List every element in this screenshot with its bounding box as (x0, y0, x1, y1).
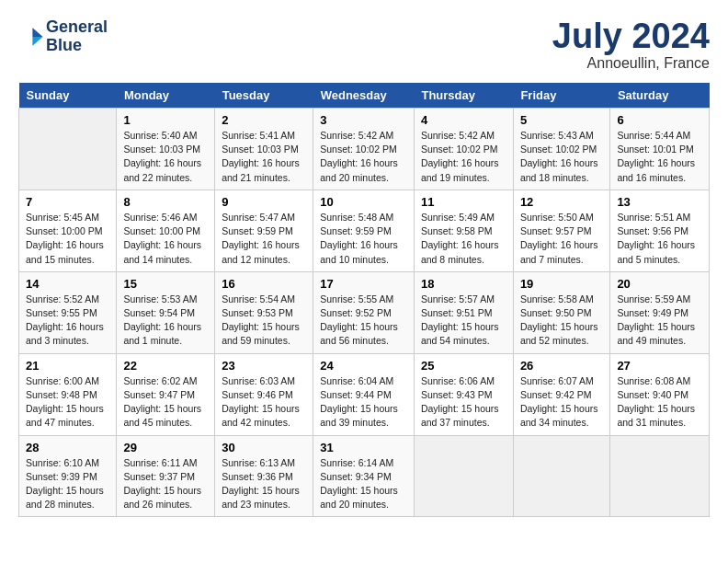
header: General Blue July 2024 Annoeullin, Franc… (18, 18, 710, 72)
day-cell (513, 435, 610, 517)
day-cell: 22Sunrise: 6:02 AM Sunset: 9:47 PM Dayli… (117, 353, 215, 435)
day-cell: 25Sunrise: 6:06 AM Sunset: 9:43 PM Dayli… (414, 353, 513, 435)
day-info: Sunrise: 5:46 AM Sunset: 10:00 PM Daylig… (123, 211, 208, 267)
day-number: 20 (617, 277, 702, 291)
day-cell: 6Sunrise: 5:44 AM Sunset: 10:01 PM Dayli… (610, 109, 710, 190)
day-cell: 13Sunrise: 5:51 AM Sunset: 9:56 PM Dayli… (610, 190, 710, 271)
day-cell: 16Sunrise: 5:54 AM Sunset: 9:53 PM Dayli… (215, 271, 313, 353)
day-cell: 15Sunrise: 5:53 AM Sunset: 9:54 PM Dayli… (117, 271, 215, 353)
day-number: 29 (123, 441, 208, 454)
day-cell: 1Sunrise: 5:40 AM Sunset: 10:03 PM Dayli… (117, 109, 215, 190)
day-cell: 12Sunrise: 5:50 AM Sunset: 9:57 PM Dayli… (513, 190, 610, 271)
logo-line1: General (46, 18, 108, 37)
day-number: 24 (320, 359, 407, 373)
day-info: Sunrise: 6:08 AM Sunset: 9:40 PM Dayligh… (617, 374, 702, 431)
day-info: Sunrise: 5:58 AM Sunset: 9:50 PM Dayligh… (520, 293, 604, 349)
col-tuesday: Tuesday (215, 83, 313, 109)
col-friday: Friday (513, 83, 610, 109)
day-info: Sunrise: 6:03 AM Sunset: 9:46 PM Dayligh… (222, 374, 306, 431)
day-cell: 24Sunrise: 6:04 AM Sunset: 9:44 PM Dayli… (313, 353, 415, 435)
week-row-1: 7Sunrise: 5:45 AM Sunset: 10:00 PM Dayli… (19, 190, 710, 271)
day-cell: 19Sunrise: 5:58 AM Sunset: 9:50 PM Dayli… (513, 271, 610, 353)
svg-marker-1 (32, 37, 42, 46)
week-row-4: 28Sunrise: 6:10 AM Sunset: 9:39 PM Dayli… (19, 435, 710, 517)
week-row-2: 14Sunrise: 5:52 AM Sunset: 9:55 PM Dayli… (19, 271, 710, 353)
day-info: Sunrise: 5:41 AM Sunset: 10:03 PM Daylig… (222, 129, 306, 185)
day-cell: 14Sunrise: 5:52 AM Sunset: 9:55 PM Dayli… (19, 271, 117, 353)
day-cell: 28Sunrise: 6:10 AM Sunset: 9:39 PM Dayli… (19, 435, 117, 517)
day-cell: 10Sunrise: 5:48 AM Sunset: 9:59 PM Dayli… (313, 190, 415, 271)
day-number: 12 (520, 195, 604, 209)
day-info: Sunrise: 5:55 AM Sunset: 9:52 PM Dayligh… (320, 293, 407, 349)
day-cell: 20Sunrise: 5:59 AM Sunset: 9:49 PM Dayli… (610, 271, 710, 353)
logo: General Blue (18, 18, 108, 55)
page: General Blue July 2024 Annoeullin, Franc… (0, 0, 728, 526)
day-number: 27 (617, 359, 702, 373)
day-number: 5 (520, 113, 604, 127)
week-row-3: 21Sunrise: 6:00 AM Sunset: 9:48 PM Dayli… (19, 353, 710, 435)
day-number: 8 (123, 195, 208, 209)
day-cell: 4Sunrise: 5:42 AM Sunset: 10:02 PM Dayli… (414, 109, 513, 190)
day-number: 18 (421, 277, 506, 291)
day-info: Sunrise: 5:40 AM Sunset: 10:03 PM Daylig… (123, 129, 208, 185)
day-info: Sunrise: 6:13 AM Sunset: 9:36 PM Dayligh… (222, 456, 306, 512)
day-number: 22 (123, 359, 208, 373)
day-cell: 9Sunrise: 5:47 AM Sunset: 9:59 PM Daylig… (215, 190, 313, 271)
day-number: 25 (421, 359, 506, 373)
day-info: Sunrise: 5:42 AM Sunset: 10:02 PM Daylig… (320, 129, 407, 185)
day-number: 21 (26, 359, 109, 373)
day-number: 30 (222, 441, 306, 454)
day-cell (610, 435, 710, 517)
day-info: Sunrise: 5:51 AM Sunset: 9:56 PM Dayligh… (617, 211, 702, 267)
day-info: Sunrise: 5:44 AM Sunset: 10:01 PM Daylig… (617, 129, 702, 185)
day-number: 7 (26, 195, 109, 209)
day-info: Sunrise: 5:47 AM Sunset: 9:59 PM Dayligh… (222, 211, 306, 267)
week-row-0: 1Sunrise: 5:40 AM Sunset: 10:03 PM Dayli… (19, 109, 710, 190)
col-saturday: Saturday (610, 83, 710, 109)
day-number: 13 (617, 195, 702, 209)
day-cell: 11Sunrise: 5:49 AM Sunset: 9:58 PM Dayli… (414, 190, 513, 271)
day-number: 19 (520, 277, 604, 291)
day-number: 17 (320, 277, 407, 291)
day-cell: 7Sunrise: 5:45 AM Sunset: 10:00 PM Dayli… (19, 190, 117, 271)
day-info: Sunrise: 5:54 AM Sunset: 9:53 PM Dayligh… (222, 293, 306, 349)
day-info: Sunrise: 6:14 AM Sunset: 9:34 PM Dayligh… (320, 456, 407, 512)
day-info: Sunrise: 5:43 AM Sunset: 10:02 PM Daylig… (520, 129, 604, 185)
day-number: 16 (222, 277, 306, 291)
day-info: Sunrise: 6:04 AM Sunset: 9:44 PM Dayligh… (320, 374, 407, 431)
day-info: Sunrise: 6:06 AM Sunset: 9:43 PM Dayligh… (421, 374, 506, 431)
title-block: July 2024 Annoeullin, France (552, 18, 710, 72)
svg-marker-0 (32, 28, 42, 37)
logo-line2: Blue (46, 37, 108, 55)
day-cell (19, 109, 117, 190)
day-cell: 30Sunrise: 6:13 AM Sunset: 9:36 PM Dayli… (215, 435, 313, 517)
day-cell: 8Sunrise: 5:46 AM Sunset: 10:00 PM Dayli… (117, 190, 215, 271)
col-monday: Monday (117, 83, 215, 109)
logo-icon (18, 24, 44, 50)
day-cell: 2Sunrise: 5:41 AM Sunset: 10:03 PM Dayli… (215, 109, 313, 190)
day-number: 14 (26, 277, 109, 291)
day-cell: 18Sunrise: 5:57 AM Sunset: 9:51 PM Dayli… (414, 271, 513, 353)
day-number: 31 (320, 441, 407, 454)
day-info: Sunrise: 5:45 AM Sunset: 10:00 PM Daylig… (26, 211, 109, 267)
day-info: Sunrise: 6:00 AM Sunset: 9:48 PM Dayligh… (26, 374, 109, 431)
day-cell (414, 435, 513, 517)
day-number: 2 (222, 113, 306, 127)
day-number: 4 (421, 113, 506, 127)
day-number: 28 (26, 441, 109, 454)
day-info: Sunrise: 5:57 AM Sunset: 9:51 PM Dayligh… (421, 293, 506, 349)
day-info: Sunrise: 5:53 AM Sunset: 9:54 PM Dayligh… (123, 293, 208, 349)
day-cell: 17Sunrise: 5:55 AM Sunset: 9:52 PM Dayli… (313, 271, 415, 353)
col-thursday: Thursday (414, 83, 513, 109)
header-row: Sunday Monday Tuesday Wednesday Thursday… (19, 83, 710, 109)
col-wednesday: Wednesday (313, 83, 415, 109)
day-info: Sunrise: 5:42 AM Sunset: 10:02 PM Daylig… (421, 129, 506, 185)
day-number: 6 (617, 113, 702, 127)
day-info: Sunrise: 5:48 AM Sunset: 9:59 PM Dayligh… (320, 211, 407, 267)
calendar-table: Sunday Monday Tuesday Wednesday Thursday… (18, 83, 710, 517)
day-info: Sunrise: 5:52 AM Sunset: 9:55 PM Dayligh… (26, 293, 109, 349)
day-number: 11 (421, 195, 506, 209)
day-info: Sunrise: 6:10 AM Sunset: 9:39 PM Dayligh… (26, 456, 109, 512)
day-number: 10 (320, 195, 407, 209)
day-number: 1 (123, 113, 208, 127)
